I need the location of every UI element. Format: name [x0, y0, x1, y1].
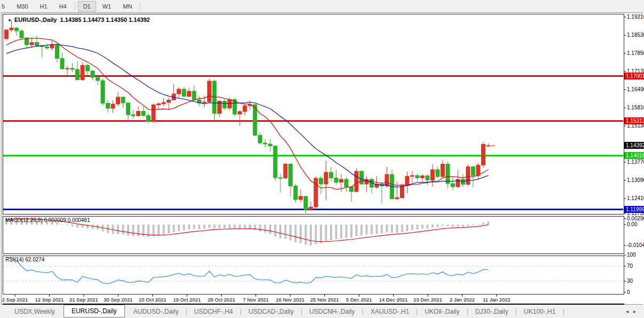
timeframe-button-d1[interactable]: D1	[78, 1, 96, 12]
ohlc-values: 1.14385 1.14473 1.14350 1.14392	[60, 17, 150, 23]
tab-scroll-arrows: ◂▸	[626, 308, 641, 314]
timeframe-button-m30[interactable]: M30	[11, 1, 33, 12]
tab-uk100-h1[interactable]: UK100-,H1	[517, 306, 562, 317]
timeframe-toolbar: 5M30H1H4D1W1MN	[0, 0, 644, 12]
macd-tick-label: 0.002966	[627, 216, 644, 221]
current-price-badge: 1.14392	[624, 142, 644, 149]
date-tick-label: 19 Oct 2021	[168, 297, 206, 303]
chart-dropdown-icon[interactable]: ▼	[7, 18, 12, 23]
chart-tabs: USDX,Weekly|EURUSD-,Daily|AUDUSD-,Daily|…	[7, 306, 564, 317]
price-tick-label: 1.15810	[627, 105, 644, 110]
chart-title: ▼EURUSD-,Daily 1.14385 1.14473 1.14350 1…	[7, 17, 150, 23]
price-tick-label: 1.18530	[627, 32, 644, 38]
timeframe-button-5[interactable]: 5	[0, 1, 10, 12]
level-price-badge: 1.14016	[624, 152, 644, 159]
date-tick-label: 23 Dec 2021	[409, 297, 446, 303]
tab-scroll-left-icon[interactable]: ◂	[626, 308, 633, 314]
price-tick-label: 1.16490	[627, 86, 644, 92]
tab-separator: |	[562, 308, 564, 315]
mt4-terminal: 5M30H1H4D1W1MN ▼EURUSD-,Daily 1.14385 1.…	[0, 0, 644, 318]
tab-audusd-daily[interactable]: AUDUSD-,Daily	[127, 306, 186, 317]
level-price-badge: 1.15313	[624, 117, 644, 124]
price-tick-label: 1.13090	[627, 177, 644, 183]
macd-tick-label: -0.01042	[627, 242, 644, 248]
rsi-indicator-label: RSI(14) 62.0274	[5, 257, 44, 263]
price-chart-panel	[3, 14, 624, 214]
toolbar-separator	[75, 2, 75, 11]
timeframe-button-h1[interactable]: H1	[35, 1, 53, 12]
timeframe-button-h4[interactable]: H4	[54, 1, 72, 12]
timeframe-button-w1[interactable]: W1	[97, 1, 117, 12]
price-tick-label: 1.12410	[627, 195, 644, 201]
timeframe-button-mn[interactable]: MN	[117, 1, 137, 12]
date-tick-label: 30 Sep 2021	[99, 297, 137, 303]
tab-usdcnh-daily[interactable]: USDCNH-,Daily	[302, 306, 362, 317]
date-tick-label: 10 Oct 2021	[134, 297, 171, 303]
macd-panel	[3, 216, 624, 254]
price-tick-label: 1.17850	[627, 50, 644, 56]
tab-usdcad-daily[interactable]: USDCAD-,Daily	[241, 306, 301, 317]
date-tick-label: 11 Jan 2022	[478, 297, 515, 303]
date-tick-label: 7 Nov 2021	[237, 297, 274, 303]
macd-tick-label: 0.00	[627, 221, 637, 227]
tab-dj30-daily[interactable]: DJ30-,Daily	[468, 306, 515, 317]
price-tick-label: 1.19210	[627, 14, 644, 20]
toolbar-separator	[140, 2, 140, 11]
level-price-badge: 1.17001	[624, 73, 644, 79]
date-tick-label: 2 Sep 2021	[0, 297, 34, 303]
rsi-tick-label: 100	[627, 252, 636, 258]
date-tick-label: 5 Dec 2021	[340, 297, 378, 303]
date-tick-label: 12 Sep 2021	[30, 297, 68, 303]
price-tick-label: 1.13770	[627, 159, 644, 165]
chart-tabbar: USDX,Weekly|EURUSD-,Daily|AUDUSD-,Daily|…	[0, 305, 644, 318]
tab-scroll-right-icon[interactable]: ▸	[633, 308, 641, 314]
tab-eurusd-daily[interactable]: EURUSD-,Daily	[64, 305, 125, 317]
tab-usdx-weekly[interactable]: USDX,Weekly	[7, 306, 62, 317]
level-price-badge: 1.11999	[624, 206, 644, 213]
tab-ukoil-daily[interactable]: UKOil-,Daily	[418, 306, 466, 317]
date-tick-label: 16 Nov 2021	[271, 297, 309, 303]
rsi-tick-label: 0	[627, 289, 630, 295]
macd-indicator-label: MACD(12,26,9) 0.002009 0.000481	[5, 217, 90, 223]
date-tick-label: 28 Oct 2021	[203, 297, 240, 303]
date-tick-label: 25 Nov 2021	[306, 297, 343, 303]
tab-usdchf-h4[interactable]: USDCHF-,H4	[187, 306, 240, 317]
rsi-tick-label: 30	[627, 278, 633, 284]
date-tick-label: 21 Sep 2021	[65, 297, 103, 303]
tab-xauusd-h1[interactable]: XAUUSD-,H1	[364, 306, 417, 317]
timeframe-buttons: 5M30H1H4D1W1MN	[0, 1, 143, 12]
rsi-panel	[3, 256, 624, 295]
rsi-tick-label: 70	[627, 263, 633, 269]
date-tick-label: 2 Jan 2022	[444, 297, 481, 303]
date-tick-label: 14 Dec 2021	[375, 297, 412, 303]
symbol-label: EURUSD-,Daily	[14, 17, 57, 23]
